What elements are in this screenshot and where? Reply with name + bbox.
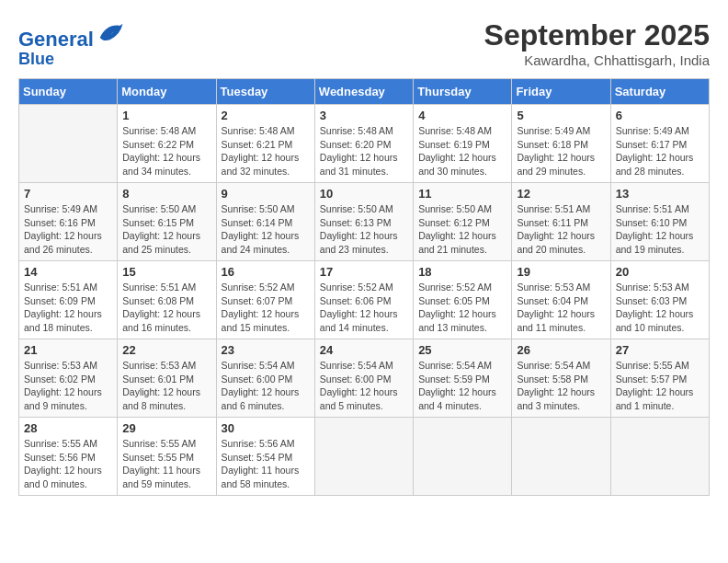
day-number: 1	[122, 109, 210, 122]
day-number: 16	[222, 265, 310, 279]
calendar-cell: 28Sunrise: 5:55 AMSunset: 5:56 PMDayligh…	[19, 417, 118, 495]
day-header-wednesday: Wednesday	[314, 78, 413, 104]
calendar-cell: 11Sunrise: 5:50 AMSunset: 6:12 PMDayligh…	[414, 182, 512, 260]
calendar-cell: 2Sunrise: 5:48 AMSunset: 6:21 PMDaylight…	[216, 104, 314, 182]
day-number: 29	[122, 421, 210, 435]
calendar-cell: 12Sunrise: 5:51 AMSunset: 6:11 PMDayligh…	[512, 182, 610, 260]
day-info: Sunrise: 5:55 AMSunset: 5:57 PMDaylight:…	[616, 359, 704, 413]
day-header-friday: Friday	[512, 78, 610, 104]
calendar-table: SundayMondayTuesdayWednesdayThursdayFrid…	[18, 78, 710, 496]
day-info: Sunrise: 5:50 AMSunset: 6:12 PMDaylight:…	[418, 202, 506, 257]
day-info: Sunrise: 5:52 AMSunset: 6:05 PMDaylight:…	[418, 281, 506, 335]
title-block: September 2025 Kawardha, Chhattisgarh, I…	[484, 18, 710, 68]
calendar-cell: 13Sunrise: 5:51 AMSunset: 6:10 PMDayligh…	[610, 182, 709, 260]
week-row-1: 1Sunrise: 5:48 AMSunset: 6:22 PMDaylight…	[19, 104, 710, 182]
calendar-cell: 23Sunrise: 5:54 AMSunset: 6:00 PMDayligh…	[216, 339, 314, 417]
day-number: 6	[616, 109, 704, 122]
day-info: Sunrise: 5:51 AMSunset: 6:10 PMDaylight:…	[616, 202, 704, 257]
day-number: 19	[517, 265, 605, 279]
day-number: 5	[517, 109, 605, 122]
day-number: 23	[222, 343, 310, 357]
day-number: 13	[616, 187, 704, 201]
day-info: Sunrise: 5:51 AMSunset: 6:08 PMDaylight:…	[122, 281, 210, 335]
main-title: September 2025	[484, 18, 710, 52]
day-number: 26	[517, 343, 605, 357]
calendar-cell: 17Sunrise: 5:52 AMSunset: 6:06 PMDayligh…	[314, 260, 413, 339]
day-number: 21	[24, 343, 112, 357]
calendar-cell: 16Sunrise: 5:52 AMSunset: 6:07 PMDayligh…	[216, 260, 314, 339]
day-header-sunday: Sunday	[19, 78, 118, 104]
calendar-cell: 21Sunrise: 5:53 AMSunset: 6:02 PMDayligh…	[19, 339, 118, 417]
day-info: Sunrise: 5:50 AMSunset: 6:15 PMDaylight:…	[122, 202, 210, 257]
day-info: Sunrise: 5:48 AMSunset: 6:22 PMDaylight:…	[122, 124, 210, 178]
calendar-cell: 18Sunrise: 5:52 AMSunset: 6:05 PMDayligh…	[414, 260, 512, 339]
logo-text: General	[18, 18, 124, 51]
day-number: 7	[24, 187, 112, 201]
calendar-cell: 4Sunrise: 5:48 AMSunset: 6:19 PMDaylight…	[414, 104, 512, 182]
day-info: Sunrise: 5:53 AMSunset: 6:02 PMDaylight:…	[24, 359, 112, 413]
calendar-cell: 10Sunrise: 5:50 AMSunset: 6:13 PMDayligh…	[314, 182, 413, 260]
calendar-cell	[314, 417, 413, 495]
calendar-cell: 20Sunrise: 5:53 AMSunset: 6:03 PMDayligh…	[610, 260, 709, 339]
calendar-cell: 8Sunrise: 5:50 AMSunset: 6:15 PMDaylight…	[118, 182, 216, 260]
day-info: Sunrise: 5:55 AMSunset: 5:56 PMDaylight:…	[24, 437, 112, 491]
day-number: 4	[418, 109, 506, 122]
day-number: 3	[320, 109, 408, 122]
day-header-tuesday: Tuesday	[216, 78, 314, 104]
day-info: Sunrise: 5:53 AMSunset: 6:01 PMDaylight:…	[122, 359, 210, 413]
day-number: 28	[24, 421, 112, 435]
calendar-cell: 9Sunrise: 5:50 AMSunset: 6:14 PMDaylight…	[216, 182, 314, 260]
day-number: 12	[517, 187, 605, 201]
calendar-cell: 15Sunrise: 5:51 AMSunset: 6:08 PMDayligh…	[118, 260, 216, 339]
week-row-5: 28Sunrise: 5:55 AMSunset: 5:56 PMDayligh…	[19, 417, 710, 495]
calendar-cell: 29Sunrise: 5:55 AMSunset: 5:55 PMDayligh…	[118, 417, 216, 495]
day-number: 22	[122, 343, 210, 357]
calendar-cell: 22Sunrise: 5:53 AMSunset: 6:01 PMDayligh…	[118, 339, 216, 417]
calendar-cell	[414, 417, 512, 495]
day-number: 25	[418, 343, 506, 357]
day-number: 20	[616, 265, 704, 279]
day-info: Sunrise: 5:48 AMSunset: 6:20 PMDaylight:…	[320, 124, 408, 178]
day-number: 11	[418, 187, 506, 201]
day-number: 18	[418, 265, 506, 279]
day-header-thursday: Thursday	[414, 78, 512, 104]
calendar-cell	[512, 417, 610, 495]
day-info: Sunrise: 5:49 AMSunset: 6:18 PMDaylight:…	[517, 124, 605, 178]
day-info: Sunrise: 5:53 AMSunset: 6:03 PMDaylight:…	[616, 281, 704, 335]
page-header: General Blue September 2025 Kawardha, Ch…	[18, 18, 710, 69]
logo-subtext: Blue	[18, 51, 124, 69]
calendar-cell: 19Sunrise: 5:53 AMSunset: 6:04 PMDayligh…	[512, 260, 610, 339]
calendar-cell	[19, 104, 118, 182]
day-info: Sunrise: 5:55 AMSunset: 5:55 PMDaylight:…	[122, 437, 210, 491]
day-number: 15	[122, 265, 210, 279]
calendar-header-row: SundayMondayTuesdayWednesdayThursdayFrid…	[19, 78, 710, 104]
day-header-saturday: Saturday	[610, 78, 709, 104]
calendar-cell: 27Sunrise: 5:55 AMSunset: 5:57 PMDayligh…	[610, 339, 709, 417]
calendar-cell: 25Sunrise: 5:54 AMSunset: 5:59 PMDayligh…	[414, 339, 512, 417]
day-info: Sunrise: 5:54 AMSunset: 5:58 PMDaylight:…	[517, 359, 605, 413]
day-number: 8	[122, 187, 210, 201]
day-info: Sunrise: 5:48 AMSunset: 6:19 PMDaylight:…	[418, 124, 506, 178]
calendar-cell: 30Sunrise: 5:56 AMSunset: 5:54 PMDayligh…	[216, 417, 314, 495]
day-number: 24	[320, 343, 408, 357]
day-number: 9	[222, 187, 310, 201]
week-row-2: 7Sunrise: 5:49 AMSunset: 6:16 PMDaylight…	[19, 182, 710, 260]
day-info: Sunrise: 5:50 AMSunset: 6:14 PMDaylight:…	[222, 202, 310, 257]
day-info: Sunrise: 5:54 AMSunset: 5:59 PMDaylight:…	[418, 359, 506, 413]
calendar-cell: 14Sunrise: 5:51 AMSunset: 6:09 PMDayligh…	[19, 260, 118, 339]
day-info: Sunrise: 5:51 AMSunset: 6:11 PMDaylight:…	[517, 202, 605, 257]
calendar-cell: 24Sunrise: 5:54 AMSunset: 6:00 PMDayligh…	[314, 339, 413, 417]
week-row-4: 21Sunrise: 5:53 AMSunset: 6:02 PMDayligh…	[19, 339, 710, 417]
day-info: Sunrise: 5:49 AMSunset: 6:17 PMDaylight:…	[616, 124, 704, 178]
day-info: Sunrise: 5:48 AMSunset: 6:21 PMDaylight:…	[222, 124, 310, 178]
calendar-cell: 6Sunrise: 5:49 AMSunset: 6:17 PMDaylight…	[610, 104, 709, 182]
day-info: Sunrise: 5:49 AMSunset: 6:16 PMDaylight:…	[24, 202, 112, 257]
day-number: 17	[320, 265, 408, 279]
day-info: Sunrise: 5:56 AMSunset: 5:54 PMDaylight:…	[222, 437, 310, 491]
day-info: Sunrise: 5:54 AMSunset: 6:00 PMDaylight:…	[320, 359, 408, 413]
subtitle: Kawardha, Chhattisgarh, India	[484, 52, 710, 68]
calendar-cell: 26Sunrise: 5:54 AMSunset: 5:58 PMDayligh…	[512, 339, 610, 417]
day-number: 10	[320, 187, 408, 201]
day-info: Sunrise: 5:52 AMSunset: 6:06 PMDaylight:…	[320, 281, 408, 335]
calendar-cell: 7Sunrise: 5:49 AMSunset: 6:16 PMDaylight…	[19, 182, 118, 260]
